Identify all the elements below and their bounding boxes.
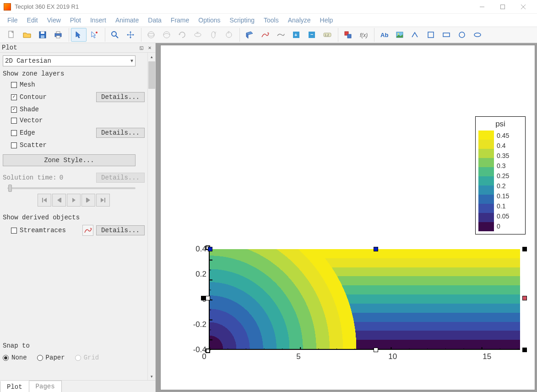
- translate-icon[interactable]: [123, 28, 138, 42]
- radio-snap-none[interactable]: None: [3, 354, 27, 361]
- checkbox-scatter[interactable]: [11, 142, 17, 148]
- menu-scripting[interactable]: Scripting: [225, 15, 259, 26]
- menu-file[interactable]: File: [3, 15, 22, 26]
- legend-title: psi: [478, 120, 522, 129]
- streamtrace-tool-icon[interactable]: [82, 225, 93, 236]
- ellipse-icon[interactable]: [470, 28, 485, 42]
- svg-rect-7: [41, 35, 44, 38]
- menu-analyze[interactable]: Analyze: [283, 15, 315, 26]
- svg-text:Y: Y: [214, 31, 217, 34]
- details-stream-button[interactable]: Details...: [96, 225, 145, 235]
- minimize-button[interactable]: [472, 0, 492, 14]
- rotate-3d-icon[interactable]: [143, 28, 159, 42]
- menu-options[interactable]: Options: [194, 15, 225, 26]
- chevron-down-icon: ▼: [130, 59, 133, 64]
- panel-scrollbar[interactable]: ▴ ▾: [147, 53, 155, 380]
- plot-frame[interactable]: psi 0.450.40.350.30.250.20.150.10.050 0.…: [160, 45, 535, 390]
- slice-icon[interactable]: [242, 28, 257, 42]
- text-icon[interactable]: Ab: [376, 28, 392, 42]
- checkbox-streamtraces[interactable]: [11, 228, 17, 234]
- skip-forward-icon[interactable]: [96, 194, 110, 207]
- checkbox-vector[interactable]: [11, 118, 17, 124]
- rectangle-icon[interactable]: [439, 28, 454, 42]
- rotate-y-icon[interactable]: Y: [206, 28, 221, 42]
- menu-tools[interactable]: Tools: [259, 15, 283, 26]
- checkbox-edge[interactable]: [11, 130, 17, 136]
- streamtraces-label: Streamtraces: [20, 227, 80, 234]
- select-arrow-icon[interactable]: [71, 28, 87, 42]
- zoom-icon[interactable]: [107, 28, 123, 42]
- image-icon[interactable]: [392, 28, 407, 42]
- rotate-z-icon[interactable]: Z: [221, 28, 237, 42]
- polyline-icon[interactable]: [407, 28, 423, 42]
- svg-text:+: +: [294, 32, 297, 38]
- svg-rect-9: [56, 32, 60, 33]
- radio-snap-grid[interactable]: Grid: [75, 354, 99, 361]
- menu-data[interactable]: Data: [143, 15, 166, 26]
- step-back-icon[interactable]: [52, 194, 66, 207]
- contour-add-icon[interactable]: +: [288, 28, 304, 42]
- time-slider[interactable]: [7, 187, 136, 189]
- svg-line-13: [116, 36, 118, 38]
- zone-style-button[interactable]: Zone Style...: [3, 154, 136, 166]
- panel-close-icon[interactable]: ✕: [146, 44, 153, 51]
- circle-icon[interactable]: [454, 28, 470, 42]
- contour-remove-icon[interactable]: −: [304, 28, 320, 42]
- details-solution-button[interactable]: Details...: [96, 173, 145, 183]
- menu-view[interactable]: View: [43, 15, 65, 26]
- extract-icon[interactable]: [340, 28, 356, 42]
- menu-plot[interactable]: Plot: [65, 15, 86, 26]
- checkbox-mesh[interactable]: [11, 82, 17, 88]
- svg-rect-43: [86, 198, 87, 202]
- open-file-icon[interactable]: [19, 28, 35, 42]
- snap-label: Snap to: [3, 342, 145, 349]
- tab-plot[interactable]: Plot: [0, 381, 29, 392]
- menu-animate[interactable]: Animate: [111, 15, 143, 26]
- plot-type-dropdown[interactable]: 2D Cartesian ▼: [3, 55, 136, 66]
- skip-back-icon[interactable]: [38, 194, 51, 207]
- details-contour-button[interactable]: Details...: [96, 92, 145, 102]
- legend-labels: 0.450.40.350.30.250.20.150.10.050: [494, 131, 509, 231]
- square-icon[interactable]: [423, 28, 439, 42]
- play-icon[interactable]: [67, 194, 81, 207]
- step-forward-icon[interactable]: [81, 194, 95, 207]
- time-slider-thumb[interactable]: [8, 185, 12, 192]
- title-bar: Tecplot 360 EX 2019 R1: [0, 0, 537, 14]
- menu-insert[interactable]: Insert: [86, 15, 111, 26]
- menu-edit[interactable]: Edit: [22, 15, 43, 26]
- save-icon[interactable]: [35, 28, 50, 42]
- svg-rect-41: [42, 198, 43, 202]
- workspace-canvas[interactable]: psi 0.450.40.350.30.250.20.150.10.050 0.…: [156, 43, 537, 392]
- radio-snap-paper[interactable]: Paper: [37, 354, 65, 361]
- svg-text:f(x): f(x): [360, 32, 368, 38]
- rotate-spherical-icon[interactable]: [159, 28, 174, 42]
- rotate-x-icon[interactable]: X: [190, 28, 206, 42]
- scroll-up-icon[interactable]: ▴: [148, 53, 156, 60]
- adjustor-arrow-icon[interactable]: [87, 28, 102, 42]
- rotate-roll-icon[interactable]: [174, 28, 190, 42]
- checkbox-shade[interactable]: ✓: [11, 107, 17, 113]
- probe-icon[interactable]: 1.2: [320, 28, 335, 42]
- menu-frame[interactable]: Frame: [166, 15, 194, 26]
- isosurface-icon[interactable]: [273, 28, 288, 42]
- layer-vector-label: Vector: [20, 117, 145, 124]
- tab-pages[interactable]: Pages: [29, 381, 62, 392]
- svg-point-39: [459, 32, 465, 38]
- streamtrace-icon[interactable]: [257, 28, 273, 42]
- scroll-thumb[interactable]: [148, 61, 155, 89]
- svg-point-11: [96, 32, 98, 33]
- plot-sidebar: Plot ◱ ✕ 2D Cartesian ▼ Show zone layers…: [0, 43, 156, 392]
- print-icon[interactable]: [50, 28, 66, 42]
- svg-rect-1: [500, 5, 504, 9]
- menu-help[interactable]: Help: [315, 15, 338, 26]
- new-layout-icon[interactable]: [4, 28, 19, 42]
- maximize-button[interactable]: [492, 0, 513, 14]
- contour-legend[interactable]: psi 0.450.40.350.30.250.20.150.10.050: [475, 116, 526, 234]
- close-button[interactable]: [513, 0, 533, 14]
- contour-plot[interactable]: 0.40.20-0.2-0.4 051015: [181, 249, 525, 361]
- details-edge-button[interactable]: Details...: [96, 128, 145, 138]
- equation-icon[interactable]: f(x): [356, 28, 371, 42]
- scroll-down-icon[interactable]: ▾: [148, 372, 156, 380]
- panel-float-icon[interactable]: ◱: [138, 44, 145, 51]
- checkbox-contour[interactable]: ✓: [11, 94, 17, 100]
